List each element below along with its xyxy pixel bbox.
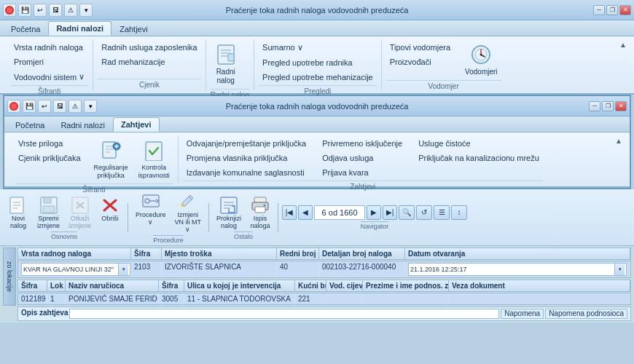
disk-qat-btn[interactable]: 🖫 <box>49 4 62 17</box>
spremi-label: Spremiizmjene <box>37 215 60 229</box>
tab-pocetna-1[interactable]: Početna <box>3 21 48 36</box>
window1-controls: ─ ❐ ✕ <box>593 5 631 15</box>
spremi-izmjene-btn[interactable]: Spremiizmjene <box>34 194 63 232</box>
procedure-btn[interactable]: Procedure∨ <box>132 191 170 235</box>
vrsta-radnih-naloga-btn[interactable]: Vrsta radnih naloga <box>10 41 88 54</box>
opis-action-2[interactable]: Napomena podnosioca <box>545 309 627 319</box>
ribbon-collapse[interactable]: ▲ <box>618 39 628 90</box>
close-btn-2[interactable]: ✕ <box>615 101 627 111</box>
promjena-vlasnika-btn[interactable]: Promjena vlasnika priključka <box>183 151 310 165</box>
ribbon-group-vodomjer: Tipovi vodomjera Proizvođači <box>382 39 506 90</box>
pregled-radnika-btn[interactable]: Pregled upotrebe radnika <box>259 56 377 69</box>
obrisi-btn[interactable]: Obriši <box>96 194 124 232</box>
svg-point-47 <box>264 205 266 207</box>
ribbon2-collapse[interactable]: ▲ <box>614 135 624 183</box>
prijava-kvara-btn[interactable]: Prijava kvara <box>318 166 406 179</box>
kontrola-btn[interactable]: Kontrolaispravnosti <box>135 137 173 182</box>
nav-search-btn[interactable]: 🔍 <box>399 205 415 220</box>
sumarno-btn[interactable]: Sumarno ∨ <box>259 41 377 55</box>
window1-title: Praćenje toka radnih naloga vodovodnih p… <box>226 6 409 15</box>
nav-prev-btn[interactable]: ◀ <box>298 205 313 220</box>
nav-last-btn[interactable]: ▶| <box>383 205 397 220</box>
restore-btn-2[interactable]: ❐ <box>602 101 614 111</box>
novi-nalog-btn[interactable]: Novinalog <box>4 194 32 232</box>
save-qat-btn-2[interactable]: 💾 <box>23 100 36 113</box>
collapse2-icon[interactable]: ▲ <box>615 137 622 145</box>
ispis-btn[interactable]: Ispisnaloga <box>246 194 274 232</box>
tab-radninalozi-2[interactable]: Radni nalozi <box>52 117 113 132</box>
app-icon <box>3 4 16 17</box>
gc-datum-combo[interactable]: 21.1.2016 12:25:17 ▾ <box>408 263 627 276</box>
vodomjeri-btn[interactable]: Vodomjeri <box>461 41 501 79</box>
gc-vrsta-val: KVAR NA GLAVNOJ LINIJI 32" <box>23 266 118 273</box>
proizvođači-btn[interactable]: Proizvođači <box>386 55 454 68</box>
gc-vrsta-combo[interactable]: KVAR NA GLAVNOJ LINIJI 32" ▾ <box>21 263 130 276</box>
arrow-qat-btn-2[interactable]: ▾ <box>84 100 97 113</box>
tipovi-vodomjera-btn[interactable]: Tipovi vodomjera <box>386 41 454 54</box>
izdavanje-btn[interactable]: Izdavanje komunalne saglasnosti <box>183 166 310 179</box>
privremeno-btn[interactable]: Privremeno isključenje <box>318 137 406 150</box>
tg-btns-ostalo: Proknjizinalog Ispisnaloga <box>213 194 274 232</box>
rg-col-cjenik: Radnih usluga zaposlenika Rad mehanizaci… <box>98 41 200 68</box>
collapse-icon[interactable]: ▲ <box>619 41 627 49</box>
usluge-cistоce-btn[interactable]: Usluge čistoće <box>415 137 543 150</box>
cjenik-prikljucaka-btn[interactable]: Cjenik priključaka <box>15 151 85 165</box>
tab-radninalozi-1[interactable]: Radni nalozi <box>48 21 111 36</box>
tab-zahtjevi-1[interactable]: Zahtjevi <box>111 21 156 36</box>
nav-refresh-btn[interactable]: ↺ <box>416 205 432 220</box>
arrow-qat-btn[interactable]: ▾ <box>79 4 93 17</box>
nav-sort-btn[interactable]: ↕ <box>451 205 467 220</box>
vodovodni-sistem-btn[interactable]: Vodovodni sistem ∨ <box>10 70 88 84</box>
pregled-meh-btn[interactable]: Pregled upotrebe mehanizacije <box>259 71 377 84</box>
undo-qat-btn-2[interactable]: ↩ <box>38 100 51 113</box>
proknjizi-btn[interactable]: Proknjizinalog <box>213 194 245 232</box>
warn-qat-btn[interactable]: ⚠ <box>64 4 77 17</box>
odjava-btn[interactable]: Odjava usluga <box>318 151 406 165</box>
odvajanje-btn[interactable]: Odvajanje/premještanje priključka <box>183 137 310 150</box>
radni-nalog-btn[interactable]: Radninalog <box>211 41 241 87</box>
opis-action-1[interactable]: Napomena <box>501 309 544 319</box>
zo-lokacije-tab[interactable]: zo lokacije <box>3 248 16 306</box>
otkazi-izmjene-btn[interactable]: Otkažiizmjene <box>65 194 95 232</box>
nav-filter-btn[interactable]: ☰ <box>434 205 450 220</box>
gh-sifra: Šifra <box>131 248 162 259</box>
regulisanje-btn[interactable]: Regulisanjepriključka <box>90 137 132 182</box>
gh2-prezime: Prezime i ime podnos. zahtjeva <box>363 280 449 291</box>
disk-qat-btn-2[interactable]: 🖫 <box>53 100 66 113</box>
obrisi-icon <box>100 197 120 214</box>
rad-mehanizacije-btn[interactable]: Rad mehanizacije <box>98 55 200 68</box>
izmjeni-btn[interactable]: IzmjeniVN ili MT∨ <box>171 191 206 235</box>
gc2-sifra2: 3005 <box>159 293 184 304</box>
svg-rect-46 <box>255 207 265 213</box>
tabbar-2: Početna Radni nalozi Zahtjevi <box>4 116 630 132</box>
ribbon-group-zahtjevi: Odvajanje/premještanje priključka Promje… <box>179 135 547 183</box>
opis-zahtjeva-input[interactable] <box>69 309 499 319</box>
save-qat-btn[interactable]: 💾 <box>18 4 31 17</box>
vrsta-combo-arrow[interactable]: ▾ <box>118 264 128 275</box>
radnih-usluga-btn[interactable]: Radnih usluga zaposlenika <box>98 41 200 54</box>
nav-first-btn[interactable]: |◀ <box>282 205 297 220</box>
close-btn-1[interactable]: ✕ <box>619 5 631 15</box>
side-tabs: zo lokacije <box>3 248 16 321</box>
vrste-priloga-btn[interactable]: Vrste priloga <box>15 137 85 150</box>
rg-label-vodomjer: Vodomjer <box>386 80 501 90</box>
gh2-kucni: Kućni br <box>295 280 326 291</box>
minimize-btn-1[interactable]: ─ <box>593 5 605 15</box>
warn-qat-btn-2[interactable]: ⚠ <box>69 100 82 113</box>
tab-zahtjevi-2[interactable]: Zahtjevi <box>113 117 160 132</box>
restore-btn-1[interactable]: ❐ <box>606 5 618 15</box>
novi-nalog-icon <box>8 197 28 214</box>
rg2-col-left: Odvajanje/premještanje priključka Promje… <box>183 137 310 179</box>
promjeri-btn[interactable]: Promjeri <box>10 55 88 68</box>
otkazi-icon <box>70 197 90 214</box>
tab-pocetna-2[interactable]: Početna <box>7 117 52 132</box>
undo-qat-btn[interactable]: ↩ <box>34 4 47 17</box>
datum-combo-arrow[interactable]: ▾ <box>614 264 625 275</box>
nav-next-btn[interactable]: ▶ <box>367 205 381 220</box>
tabbar-1: Početna Radni nalozi Zahtjevi <box>0 20 634 36</box>
rg-col-vodomjer-sm: Tipovi vodomjera Proizvođači <box>386 41 454 68</box>
svg-rect-28 <box>43 206 55 213</box>
prikljucak-kanal-btn[interactable]: Priključak na kanalizacionu mrežu <box>415 151 543 165</box>
minimize-btn-2[interactable]: ─ <box>589 101 600 111</box>
window1: 💾 ↩ 🖫 ⚠ ▾ Praćenje toka radnih naloga vo… <box>0 0 634 95</box>
